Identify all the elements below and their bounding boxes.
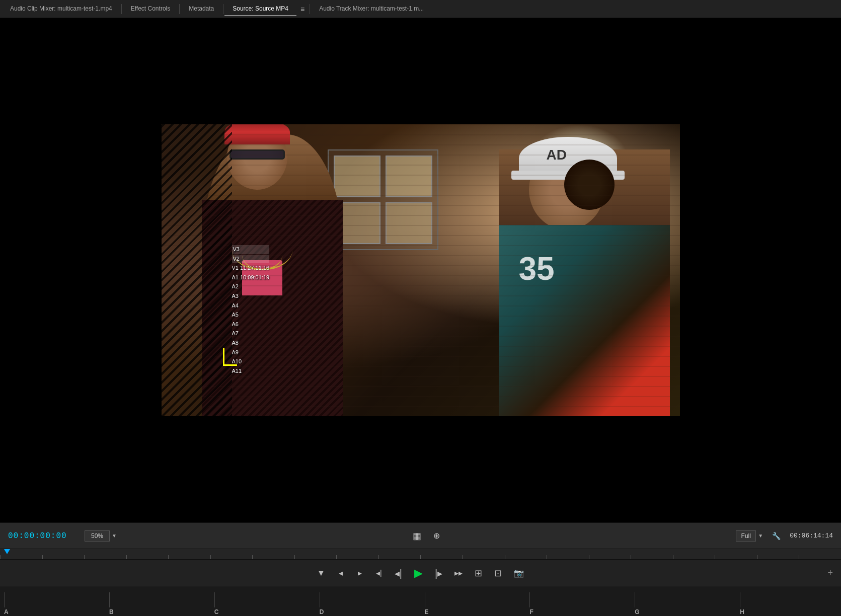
tab-source[interactable]: Source: Source MP4: [224, 2, 296, 16]
divider-b: [109, 592, 110, 607]
video-labels-overlay: V3 V2 V1 11:27:11:16 A1 10:09:01:19 A2 A…: [232, 245, 270, 375]
tab-audio-clip-mixer[interactable]: Audio Clip Mixer: multicam-test-1.mp4: [2, 2, 120, 16]
label-a7: A7: [232, 329, 270, 338]
diagonal-overlay: [162, 124, 232, 416]
transport-right-controls: +: [827, 568, 833, 578]
label-v3: V3: [232, 245, 270, 254]
shuttle-reverse-button[interactable]: ◂|: [371, 565, 387, 581]
quality-dropdown-arrow[interactable]: ▼: [758, 533, 763, 538]
insert-icon: ⊕: [433, 531, 440, 541]
label-letter-e: E: [425, 608, 429, 615]
duration-timecode: 00:06:14:14: [790, 532, 833, 540]
bottom-label-d: D: [316, 590, 421, 615]
divider-c: [214, 592, 215, 607]
export-frame-button[interactable]: ⊡: [490, 565, 506, 582]
tick: [799, 555, 841, 559]
divider-f: [529, 592, 530, 607]
bottom-labels-row: A B C D E F G H: [0, 586, 841, 616]
goto-in-button[interactable]: ◂: [333, 565, 348, 581]
bottom-label-b: B: [105, 590, 210, 615]
tick: [252, 555, 294, 559]
timeline-ruler[interactable]: [0, 549, 841, 560]
label-a9: A9: [232, 348, 270, 357]
tab-effect-controls[interactable]: Effect Controls: [123, 2, 178, 16]
transport-bar: ▼ ◂ ▸ ◂| ◂| ▶ |▸ ▸▸ ⊞ ⊡ 📷: [0, 560, 841, 586]
tick: [463, 555, 505, 559]
settings-button[interactable]: 🔧: [769, 530, 784, 542]
play-button[interactable]: ▶: [410, 564, 427, 583]
tab-metadata[interactable]: Metadata: [181, 2, 222, 16]
bottom-label-f: F: [525, 590, 631, 615]
insert-edit-button[interactable]: ⊕: [430, 529, 443, 543]
camera-icon: 📷: [514, 568, 524, 578]
wrench-icon: 🔧: [772, 532, 781, 540]
add-button[interactable]: +: [827, 568, 833, 578]
tick: [336, 555, 378, 559]
video-frame: AD 35 V3 V2 V1 11:27:: [162, 124, 680, 416]
label-a4: A4: [232, 301, 270, 311]
tick: [42, 555, 85, 559]
step-back-button[interactable]: ◂|: [391, 564, 406, 582]
tick: [757, 555, 799, 559]
tick: [0, 555, 42, 559]
multicam-icon: ⊞: [475, 568, 482, 579]
shuttle-forward-button[interactable]: ▸▸: [450, 565, 467, 581]
tick: [589, 555, 631, 559]
zoom-dropdown-arrow[interactable]: ▼: [112, 533, 117, 538]
tick: [84, 555, 126, 559]
tick: [168, 555, 210, 559]
quality-control[interactable]: Full ▼: [736, 530, 763, 542]
divider-h: [740, 592, 740, 607]
zoom-control[interactable]: 50% ▼: [85, 530, 117, 542]
label-v2: V2: [232, 255, 270, 264]
tab-divider-4: [310, 4, 310, 14]
bottom-label-g: G: [631, 590, 736, 615]
tick: [420, 555, 463, 559]
label-letter-f: F: [529, 608, 533, 615]
toggle-film-mode-button[interactable]: ▦: [410, 528, 424, 544]
bracket-indicator: [223, 348, 237, 366]
shuttle-reverse-icon: ◂|: [376, 568, 382, 578]
label-a8: A8: [232, 339, 270, 348]
tick: [294, 555, 337, 559]
goto-in-icon: ◂: [339, 568, 343, 578]
export-frame-icon: ⊡: [494, 568, 502, 579]
mark-in-button[interactable]: ▼: [313, 566, 329, 581]
play-icon: ▶: [414, 567, 423, 580]
tab-divider-3: [223, 4, 223, 14]
tick: [631, 555, 673, 559]
label-letter-d: D: [320, 608, 324, 615]
panel-menu-button[interactable]: ≡: [296, 3, 309, 15]
goto-out-button[interactable]: ▸: [352, 565, 367, 581]
quality-value-display: Full: [736, 530, 756, 542]
tick: [715, 555, 757, 559]
tab-divider-2: [179, 4, 180, 14]
step-forward-icon: |▸: [435, 567, 442, 579]
video-container[interactable]: AD 35 V3 V2 V1 11:27:: [0, 18, 841, 522]
tick: [547, 555, 589, 559]
tab-divider-1: [121, 4, 122, 14]
ruler-tick-container: [0, 549, 841, 559]
tab-bar: Audio Clip Mixer: multicam-test-1.mp4 Ef…: [0, 0, 841, 18]
tick: [505, 555, 547, 559]
label-a1: A1 10:09:01:19: [232, 273, 270, 282]
label-v1: V1 11:27:11:16: [232, 264, 270, 273]
bottom-label-e: E: [421, 590, 526, 615]
tab-audio-track-mixer[interactable]: Audio Track Mixer: multicam-test-1.m...: [311, 2, 432, 16]
divider-a: [4, 592, 5, 607]
multicam-button[interactable]: ⊞: [471, 565, 486, 582]
label-a5: A5: [232, 311, 270, 320]
camera-button[interactable]: 📷: [510, 565, 528, 581]
label-letter-a: A: [4, 608, 9, 615]
tick: [126, 555, 169, 559]
label-letter-b: B: [109, 608, 114, 615]
divider-g: [635, 592, 635, 607]
label-a3: A3: [232, 292, 270, 301]
bottom-label-a: A: [0, 590, 105, 615]
tick: [673, 555, 715, 559]
label-letter-c: C: [214, 608, 219, 615]
mark-in-icon: ▼: [317, 569, 325, 578]
step-forward-button[interactable]: |▸: [431, 564, 446, 582]
person-right-silhouette: AD 35: [499, 149, 670, 416]
label-letter-g: G: [635, 608, 639, 615]
